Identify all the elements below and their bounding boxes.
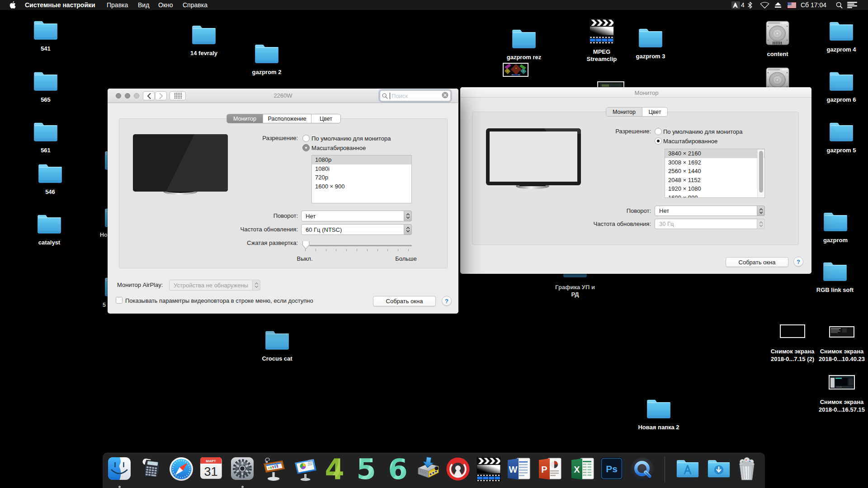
desktop-icon-rgb-link-soft[interactable]: RGB link soft	[821, 260, 849, 294]
radio-default-resolution[interactable]	[655, 128, 662, 135]
desktop-icon-crocus-cat[interactable]: Crocus cat	[264, 329, 291, 362]
search-field[interactable]: Поиск	[380, 90, 451, 101]
apple-menu[interactable]	[9, 0, 16, 10]
slider-tick-marks	[305, 249, 409, 251]
resolution-option-1600x900[interactable]: 1600 × 900	[665, 193, 764, 198]
desktop-icon-mpeg-streamclip[interactable]: MPEG Streamclip	[584, 19, 620, 63]
tab-monitor[interactable]: Монитор	[606, 108, 642, 116]
desktop-icon-label: Снимок экрана2018-0...16.57.15	[819, 398, 865, 413]
refresh-select[interactable]: 30 Гц	[655, 219, 765, 229]
dock-watchout-5[interactable]: 5 5	[354, 457, 377, 481]
dock-quicktime[interactable]	[630, 457, 654, 481]
resolution-option-3008x1692[interactable]: 3008 × 1692	[665, 158, 764, 167]
dock-photoshop[interactable]: Ps	[600, 457, 623, 481]
menu-item-pravka[interactable]: Правка	[107, 0, 128, 10]
desktop-icon-label: Снимок экрана2018-0...10.40.23	[819, 347, 865, 363]
menu-item-vid[interactable]: Вид	[138, 0, 149, 10]
dock-keynote[interactable]	[293, 457, 316, 481]
resolution-option-2560x1440[interactable]: 2560 × 1440	[665, 167, 764, 176]
resolution-option-720p[interactable]: 720p	[312, 173, 411, 182]
help-button[interactable]: ?	[793, 257, 803, 267]
menu-app-name[interactable]: Системные настройки	[25, 0, 95, 10]
desktop-icon-14-fevraly[interactable]: 14 fevraly	[190, 23, 217, 57]
window1-titlebar[interactable]: 2260W Поиск	[108, 89, 458, 103]
rotation-select[interactable]: Нет	[655, 206, 765, 216]
desktop-icon-image-thumbnail[interactable]	[503, 63, 528, 77]
underscan-slider-track[interactable]	[309, 245, 412, 246]
airplay-select[interactable]: Устройства не обнаружены	[169, 280, 260, 291]
mirroring-checkbox[interactable]	[116, 297, 123, 304]
spotlight-icon[interactable]	[836, 0, 843, 10]
dock-mpeg-streamclip[interactable]	[476, 457, 500, 481]
clear-search-button[interactable]	[442, 92, 448, 100]
desktop-icon-content-drive[interactable]: content	[765, 20, 790, 58]
desktop-icon-565[interactable]: 565	[32, 70, 59, 103]
desktop-icon-gazprom-6[interactable]: gazprom 6	[828, 70, 855, 103]
tab-raspolozhenie[interactable]: Расположение	[263, 114, 311, 123]
desktop-icon-gazprom-2[interactable]: gazprom 2	[253, 42, 280, 76]
resolution-option-1080i[interactable]: 1080i	[312, 164, 411, 174]
dock-system-preferences[interactable]	[231, 457, 254, 481]
dock-keynote-09[interactable]	[261, 457, 285, 481]
dock-video-device-installer[interactable]	[415, 457, 439, 481]
adobe-badge-icon[interactable]	[731, 0, 740, 10]
dock-excel[interactable]: X	[571, 457, 594, 481]
scrollbar-thumb[interactable]	[759, 151, 763, 192]
dock-powerpoint[interactable]: P	[538, 457, 561, 481]
window2-titlebar[interactable]: Монитор	[460, 87, 811, 98]
desktop-icon-screenshot-2[interactable]: Снимок экрана2018-0...10.40.23	[828, 326, 855, 363]
desktop-icon-gazprom-3[interactable]: gazprom 3	[637, 27, 664, 60]
resolution-option-2048x1152[interactable]: 2048 × 1152	[665, 176, 764, 185]
desktop-icon-label: gazprom 6	[827, 96, 856, 103]
dock-watchout-4[interactable]: 4 4	[322, 457, 345, 481]
desktop-icon-561[interactable]: 561	[32, 121, 59, 154]
radio-scaled-resolution[interactable]	[655, 137, 662, 145]
resolution-option-1080p[interactable]: 1080p	[312, 155, 411, 164]
dock-calculator[interactable]	[139, 457, 162, 481]
dock-word[interactable]: W	[507, 457, 530, 481]
dock-applications-folder[interactable]	[675, 457, 698, 481]
resolution-option-1600x900[interactable]: 1600 × 900	[312, 182, 411, 191]
dock-safari[interactable]	[169, 457, 193, 481]
dock-finder[interactable]	[108, 457, 131, 481]
dock-screen-cast[interactable]	[446, 457, 469, 481]
desktop-icon-catalyst[interactable]: catalyst	[36, 213, 63, 246]
desktop-icon-gazprom-4[interactable]: gazprom 4	[828, 20, 855, 53]
tab-monitor[interactable]: Монитор	[227, 114, 263, 123]
gather-windows-button[interactable]: Собрать окна	[373, 296, 436, 306]
desktop-icon-gazprom[interactable]: gazprom	[822, 211, 849, 244]
dock-watchout-6[interactable]: 6 6	[385, 457, 409, 481]
bluetooth-icon[interactable]	[748, 0, 752, 10]
dock-downloads-folder[interactable]	[706, 457, 730, 481]
resolution-option-868x488[interactable]: 868 × 488	[665, 184, 764, 193]
text-caret	[390, 93, 390, 99]
help-button[interactable]: ?	[442, 296, 452, 306]
menu-item-spravka[interactable]: Справка	[183, 0, 208, 10]
resolution-option-3840x2160[interactable]: 3840 × 2160	[665, 149, 764, 158]
rotation-select[interactable]: Нет	[301, 211, 412, 221]
notification-center-icon[interactable]	[847, 0, 857, 10]
desktop-icon-screenshot-1[interactable]: Снимок экрана2018-0...7.15 (2)	[779, 324, 806, 363]
dock-calendar[interactable]: МАРТ 31	[200, 457, 223, 481]
tab-cvet[interactable]: Цвет	[642, 108, 667, 116]
menu-clock[interactable]: Сб 17:04	[801, 0, 826, 10]
menu-item-okno[interactable]: Окно	[158, 0, 173, 10]
refresh-select[interactable]: 60 Гц (NTSC)	[301, 224, 412, 235]
radio-scaled-resolution[interactable]	[302, 144, 310, 151]
dock-trash[interactable]	[736, 457, 758, 481]
desktop-icon-541[interactable]: 541	[32, 19, 59, 52]
tab-cvet[interactable]: Цвет	[311, 114, 340, 123]
desktop-icon-gazprom-rez[interactable]: gazprom rez	[510, 28, 538, 61]
desktop-icon-screenshot-3[interactable]: Снимок экрана2018-0...16.57.15	[828, 375, 856, 413]
refresh-label: Частота обновления:	[208, 226, 298, 233]
desktop-icon-546[interactable]: 546	[37, 162, 64, 196]
stepper-arrows-icon	[252, 280, 260, 291]
gather-windows-button[interactable]: Собрать окна	[726, 257, 788, 267]
desktop-icon-novaya-papka-2[interactable]: Новая папка 2	[645, 398, 672, 431]
us-flag-icon[interactable]	[788, 0, 796, 10]
eject-icon[interactable]	[774, 0, 782, 10]
desktop-icon-gazprom-5[interactable]: gazprom 5	[828, 121, 855, 154]
radio-default-resolution[interactable]	[302, 135, 310, 142]
wifi-icon[interactable]	[760, 0, 769, 10]
scrollbar[interactable]	[757, 150, 764, 197]
